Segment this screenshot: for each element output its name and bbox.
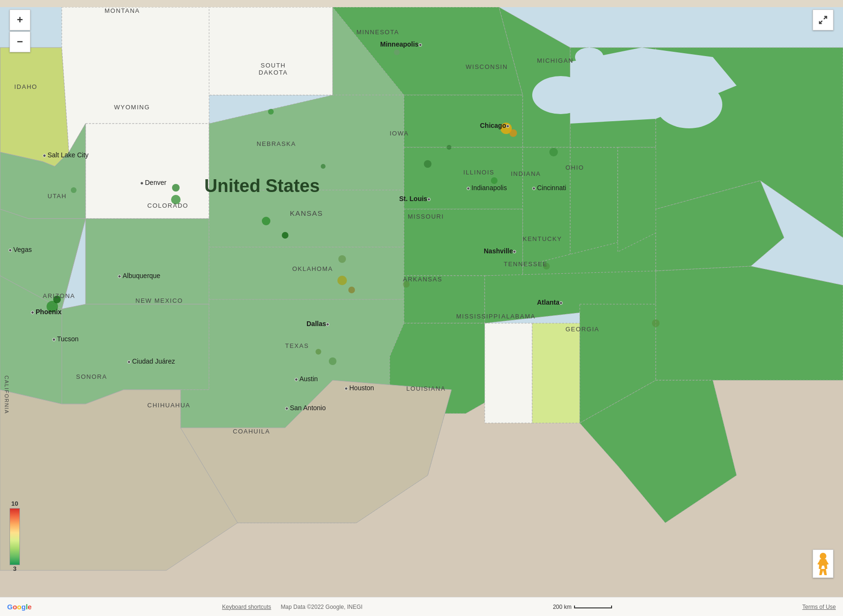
- pegman-icon: [816, 552, 830, 575]
- svg-point-16: [447, 145, 451, 150]
- svg-point-29: [543, 263, 550, 270]
- svg-point-28: [652, 319, 660, 327]
- terms-of-use-link[interactable]: Terms of Use: [802, 604, 836, 610]
- bottom-bar: Google Keyboard shortcuts Map Data ©2022…: [0, 597, 843, 616]
- svg-point-13: [268, 109, 274, 115]
- pegman-button[interactable]: [813, 549, 833, 578]
- bottom-info: Keyboard shortcuts Map Data ©2022 Google…: [222, 604, 363, 610]
- svg-point-18: [491, 177, 498, 184]
- svg-point-15: [424, 160, 431, 168]
- map-container[interactable]: + − United States KANSAS Minneapolis Chi…: [0, 0, 843, 616]
- svg-point-17: [549, 148, 558, 156]
- svg-point-12: [282, 232, 288, 239]
- map-svg: [0, 0, 843, 616]
- legend-max: 10: [11, 500, 18, 507]
- keyboard-shortcuts-link[interactable]: Keyboard shortcuts: [222, 604, 271, 610]
- svg-point-21: [338, 255, 346, 263]
- svg-point-8: [394, 49, 400, 55]
- svg-point-23: [329, 357, 336, 365]
- svg-point-9: [172, 184, 180, 192]
- zoom-in-button[interactable]: +: [10, 10, 30, 30]
- zoom-controls: + −: [10, 10, 30, 52]
- svg-point-14: [321, 164, 326, 169]
- scale-bar: 200 km: [553, 604, 612, 610]
- svg-point-26: [53, 296, 61, 303]
- google-logo: Google: [7, 603, 32, 611]
- svg-point-7: [509, 129, 517, 137]
- svg-point-22: [316, 349, 321, 355]
- svg-point-24: [403, 281, 410, 288]
- svg-point-11: [262, 217, 270, 225]
- svg-point-32: [820, 553, 826, 559]
- svg-point-27: [71, 187, 77, 193]
- zoom-out-button[interactable]: −: [10, 31, 30, 52]
- legend-bar-row: [10, 508, 20, 565]
- svg-point-10: [171, 195, 181, 204]
- svg-point-19: [337, 276, 347, 285]
- svg-point-20: [348, 287, 355, 293]
- scale-label: 200 km: [553, 604, 571, 610]
- legend: 10 3: [10, 500, 20, 573]
- legend-gradient-bar: [10, 508, 20, 565]
- map-data-label: Map Data ©2022 Google, INEGI: [281, 604, 363, 610]
- scale-line: [574, 606, 612, 608]
- fullscreen-icon: [818, 15, 828, 25]
- legend-min: 3: [13, 565, 16, 572]
- fullscreen-button[interactable]: [813, 10, 833, 30]
